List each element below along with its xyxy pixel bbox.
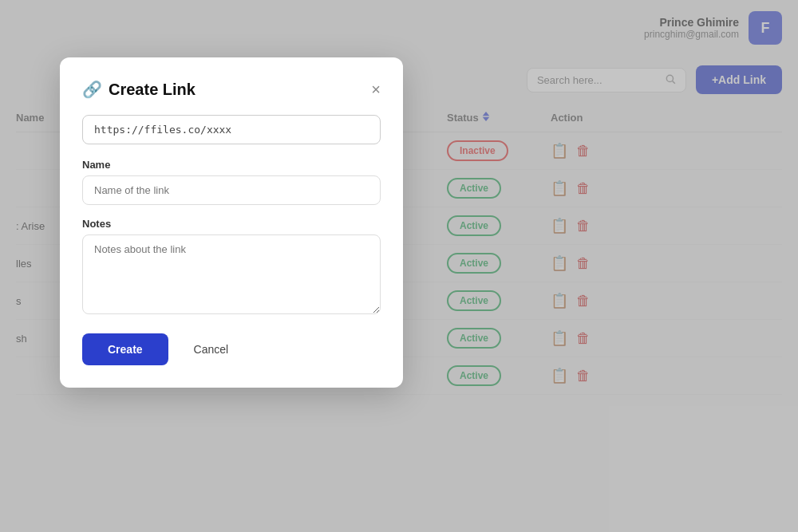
- modal-title: Create Link: [109, 81, 196, 99]
- notes-textarea[interactable]: [82, 234, 381, 314]
- create-button[interactable]: Create: [82, 333, 168, 365]
- link-url-display: https://ffiles.co/xxxx: [82, 115, 381, 144]
- modal-actions: Create Cancel: [82, 333, 381, 365]
- cancel-button[interactable]: Cancel: [181, 333, 242, 365]
- name-label: Name: [82, 159, 381, 171]
- modal-header: 🔗 Create Link ×: [82, 80, 381, 99]
- notes-label: Notes: [82, 218, 381, 230]
- modal-title-row: 🔗 Create Link: [82, 80, 196, 99]
- link-icon: 🔗: [82, 80, 102, 99]
- name-input[interactable]: [82, 175, 381, 205]
- create-link-modal: 🔗 Create Link × https://ffiles.co/xxxx N…: [60, 57, 403, 388]
- modal-close-button[interactable]: ×: [371, 81, 381, 97]
